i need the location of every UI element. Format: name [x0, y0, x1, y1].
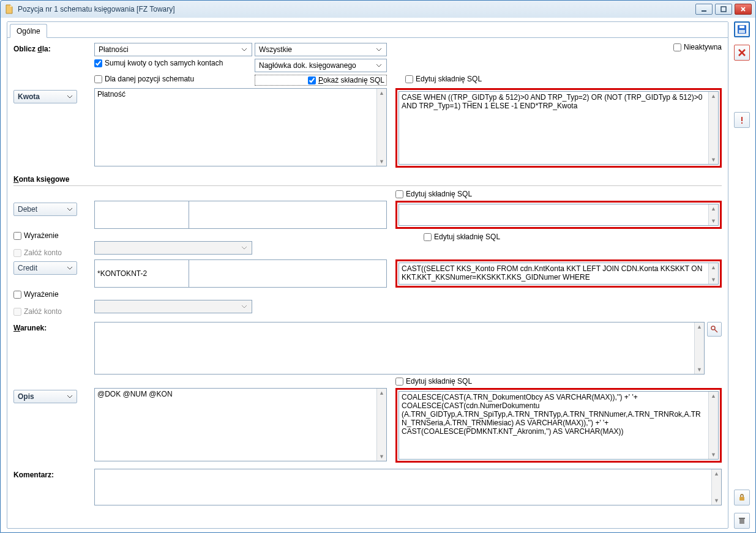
chevron-down-icon: [67, 265, 73, 271]
scrollbar[interactable]: ▲▼: [376, 389, 386, 461]
wand-icon: [710, 325, 719, 334]
row-oblicz: Oblicz dla: Płatności Wszystkie: [13, 43, 722, 56]
chk-nieaktywna[interactable]: Nieaktywna: [673, 43, 722, 51]
chk-dla-pozycji[interactable]: Dla danej pozycji schematu: [94, 75, 252, 83]
combo-credit-disabled: [94, 300, 252, 313]
warunek-label: Warunek:: [13, 322, 94, 375]
svg-rect-1: [721, 7, 726, 12]
row-edytuj-debet: Edytuj składnię SQL: [13, 190, 722, 198]
opis-sql[interactable]: [399, 392, 708, 459]
lock-button[interactable]: [734, 490, 750, 505]
chevron-down-icon: [239, 45, 249, 54]
kwota-text[interactable]: [95, 89, 376, 166]
chevron-down-icon: [67, 393, 73, 400]
chk-edytuj-sql-kwota[interactable]: Edytuj składnię SQL: [405, 75, 482, 83]
chk-edytuj-sql-debet[interactable]: Edytuj składnię SQL: [395, 190, 472, 198]
window-buttons: [695, 4, 752, 15]
credit-sql[interactable]: [399, 263, 708, 284]
chk-sumuj[interactable]: Sumuj kwoty o tych samych kontach: [94, 59, 252, 67]
trash-icon: [738, 516, 746, 525]
combo-wszystkie[interactable]: Wszystkie: [255, 43, 387, 56]
side-toolbar: [728, 21, 752, 529]
kwota-dropdown[interactable]: Kwota: [13, 90, 77, 103]
delete-button[interactable]: [734, 513, 750, 529]
chk-zaloz-konto-debet: Załóż konto: [13, 248, 94, 257]
app-window: Pozycja nr 1 schematu księgowania [FZ To…: [0, 0, 756, 533]
svg-rect-7: [741, 122, 743, 124]
row-opis: Opis ▲▼: [13, 388, 722, 463]
row-edytuj-opis: Edytuj składnię SQL: [13, 377, 722, 386]
warunek-action-button[interactable]: [707, 322, 722, 337]
scrollbar[interactable]: ▲▼: [708, 392, 718, 459]
document-icon: [4, 4, 14, 14]
minimize-button[interactable]: [695, 4, 713, 15]
debet-sql[interactable]: [399, 204, 708, 225]
opis-sql-highlight: ▲▼: [395, 388, 722, 463]
chk-wyrazenie-credit[interactable]: Wyrażenie: [13, 290, 94, 299]
svg-rect-10: [739, 518, 745, 519]
komentarz-label: Komentarz:: [13, 469, 94, 505]
komentarz-text[interactable]: [95, 469, 711, 505]
opis-text[interactable]: [95, 389, 376, 461]
exclamation-icon: [738, 116, 746, 124]
titlebar: Pozycja nr 1 schematu księgowania [FZ To…: [1, 1, 755, 18]
credit-sql-highlight: ▲▼: [395, 259, 722, 288]
body: Ogólne Oblicz dla: Płatności W: [1, 18, 755, 532]
chevron-down-icon: [239, 243, 249, 253]
warunek-text[interactable]: [95, 322, 694, 374]
row-credit-opts: Wyrażenie Załóż konto: [13, 290, 722, 316]
tabstrip: Ogólne: [7, 22, 728, 38]
chevron-down-icon: [374, 45, 384, 54]
combo-wszystkie-value: Wszystkie: [259, 45, 292, 54]
chk-edytuj-sql-credit[interactable]: Edytuj składnię SQL: [424, 233, 500, 241]
chevron-down-icon: [374, 61, 384, 70]
combo-debet-disabled: [94, 241, 252, 255]
scrollbar[interactable]: ▲▼: [711, 469, 721, 505]
floppy-icon: [737, 24, 747, 34]
close-icon: [740, 6, 746, 12]
debet-input-2[interactable]: [189, 201, 387, 229]
x-icon: [738, 48, 746, 57]
chk-pokaz-sql[interactable]: Pokaż składnię SQL: [255, 75, 387, 86]
scrollbar[interactable]: ▲▼: [708, 92, 718, 164]
scrollbar[interactable]: ▲▼: [376, 89, 386, 166]
close-button[interactable]: [735, 4, 752, 15]
scrollbar[interactable]: ▲▼: [708, 204, 718, 225]
opis-dropdown[interactable]: Opis: [13, 390, 77, 403]
debet-dropdown[interactable]: Debet: [13, 203, 77, 216]
row-warunek: Warunek: ▲▼: [13, 322, 722, 375]
credit-dropdown[interactable]: Credit: [13, 261, 77, 275]
svg-rect-6: [741, 117, 743, 121]
debet-sql-highlight: ▲▼: [395, 201, 722, 229]
debet-input-1[interactable]: [94, 201, 189, 229]
chevron-down-icon: [67, 94, 73, 100]
kwota-sql-highlight: ▲▼: [395, 88, 722, 168]
chk-edytuj-sql-opis[interactable]: Edytuj składnię SQL: [395, 377, 472, 386]
scrollbar[interactable]: ▲▼: [694, 322, 704, 374]
svg-rect-9: [739, 519, 744, 524]
svg-rect-0: [702, 10, 706, 12]
chevron-down-icon: [239, 302, 249, 311]
kwota-sql[interactable]: [399, 92, 708, 164]
tab-general[interactable]: Ogólne: [10, 24, 47, 38]
svg-rect-4: [739, 26, 744, 28]
scrollbar[interactable]: ▲▼: [708, 263, 718, 284]
main-panel: Ogólne Oblicz dla: Płatności W: [7, 21, 728, 529]
oblicz-label: Oblicz dla:: [13, 43, 94, 53]
konta-heading: Konta księgowe: [13, 175, 722, 184]
row-oblicz-3: Dla danej pozycji schematu Pokaż składni…: [13, 75, 722, 86]
lock-icon: [738, 493, 746, 502]
cancel-button[interactable]: [734, 45, 750, 61]
credit-input-1[interactable]: [94, 259, 189, 288]
combo-platnosci[interactable]: Płatności: [94, 43, 252, 56]
combo-naglowka[interactable]: Nagłówka dok. księgowanego: [255, 59, 387, 72]
row-credit: Credit ▲▼: [13, 259, 722, 288]
window-title: Pozycja nr 1 schematu księgowania [FZ To…: [18, 5, 695, 13]
maximize-button[interactable]: [715, 4, 732, 15]
row-komentarz: Komentarz: ▲▼: [13, 469, 722, 505]
credit-input-2[interactable]: [189, 259, 387, 288]
chevron-down-icon: [67, 206, 73, 212]
chk-wyrazenie-debet[interactable]: Wyrażenie: [13, 231, 94, 240]
alert-button[interactable]: [734, 112, 750, 128]
save-button[interactable]: [734, 21, 750, 37]
